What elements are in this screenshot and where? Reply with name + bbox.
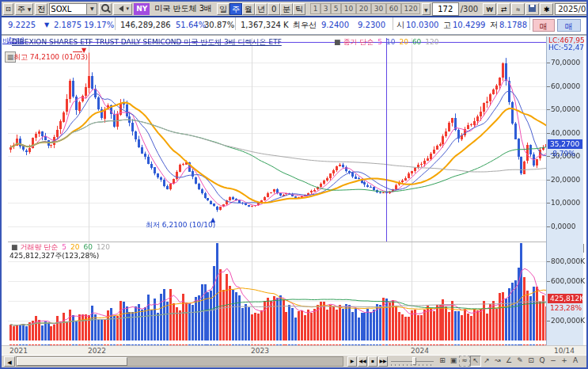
- price-ma-10: 10: [386, 38, 395, 46]
- sound-button[interactable]: ▼: [113, 3, 132, 15]
- divider: [235, 17, 236, 30]
- zoom-slider[interactable]: [391, 356, 434, 367]
- period-dropdown[interactable]: 주 ▼: [15, 3, 34, 15]
- price-ma-60: 60: [412, 38, 421, 46]
- krw-convert-icon[interactable]: ₩: [483, 3, 496, 15]
- window-title: 미국 반도체 3배: [154, 3, 212, 14]
- period-tabs: 일주월년0분틱: [217, 3, 305, 15]
- search-button[interactable]: [99, 3, 112, 15]
- chevron-down-icon[interactable]: ▼: [86, 4, 97, 14]
- minute-button-3[interactable]: 3: [321, 3, 331, 14]
- chevron-down-icon: ▼: [125, 3, 130, 14]
- tab-월[interactable]: 월: [242, 3, 255, 15]
- divider: [393, 17, 393, 30]
- settings-icon[interactable]: ✱: [540, 3, 553, 15]
- volume-axis-label: 800,000K: [551, 257, 585, 265]
- draw-tool-icon[interactable]: ✎: [514, 356, 525, 367]
- date-value[interactable]: 2025/03/31: [556, 5, 588, 13]
- compare-icon[interactable]: ⇄: [497, 3, 510, 15]
- turnover-percent: 51.64%: [176, 17, 206, 33]
- angle-tool-icon[interactable]: ∠: [503, 356, 514, 367]
- bar-count-input[interactable]: [432, 2, 459, 16]
- minute-button-5[interactable]: 5: [331, 3, 341, 14]
- volume-ma-5: 5: [62, 243, 66, 251]
- time-axis-label: 2024: [411, 347, 429, 355]
- slider-thumb[interactable]: [412, 357, 416, 365]
- divider: [529, 17, 530, 30]
- tab-분[interactable]: 분: [280, 3, 293, 15]
- symbol-input[interactable]: [50, 4, 86, 13]
- stop-button[interactable]: ■: [368, 356, 377, 367]
- zoom-tool-icon[interactable]: Q: [537, 356, 548, 367]
- price-ma-120: 120: [425, 38, 438, 46]
- scroll-left-icon[interactable]: ◀: [4, 356, 15, 367]
- price-axis-label: 50,0000: [551, 105, 580, 113]
- instrument-title-link[interactable]: DIREXION SHARES ETF TRUST DAILY SEMICOND…: [12, 37, 282, 48]
- export-window-icon[interactable]: ⊡: [525, 356, 537, 367]
- zoom-in-icon[interactable]: +: [559, 356, 570, 367]
- volume-ma-120: 120: [97, 243, 110, 251]
- toolbar-icons: ₩⇄≈✱: [483, 3, 553, 15]
- curve-tool-icon[interactable]: ↝: [492, 356, 503, 367]
- minute-button-60[interactable]: 60: [386, 3, 401, 14]
- best-bid: 9.2300: [358, 17, 385, 33]
- high-label: 고: [443, 17, 451, 33]
- volume-readout: 425,812,327주(123,28%): [9, 251, 99, 261]
- zoom-out-icon[interactable]: −: [548, 356, 559, 367]
- interval-dropdown[interactable]: ▼: [422, 3, 431, 15]
- trendline-icon[interactable]: ↗: [481, 356, 492, 367]
- tab-년[interactable]: 년: [255, 3, 267, 15]
- price-axis-panel[interactable]: LC:467,95 HC:-52,47 70,000060,000050,000…: [546, 36, 583, 345]
- tab-주[interactable]: 주: [230, 3, 242, 15]
- buy-button[interactable]: 매수: [533, 19, 555, 32]
- high-arrow-icon: ▼: [82, 47, 86, 54]
- minute-button-1[interactable]: 1: [310, 3, 321, 14]
- chart-area: 비/(전체) DIREXION SHARES ETF TRUST DAILY S…: [2, 35, 586, 356]
- sell-button[interactable]: 매도: [557, 19, 581, 32]
- price-ma-20: 20: [399, 38, 408, 46]
- trade-value: 1,367,324 K: [241, 17, 289, 33]
- price-axis-label: 20,0000: [551, 176, 580, 184]
- divider: [115, 17, 116, 30]
- horizontal-scrollbar[interactable]: [16, 356, 343, 367]
- save-icon[interactable]: [525, 3, 539, 15]
- freeline-icon[interactable]: ≈: [511, 3, 525, 15]
- minute-button-30[interactable]: 30: [371, 3, 386, 14]
- period-dropdown-label: 주: [17, 4, 25, 14]
- volume-ma-20: 20: [70, 243, 79, 251]
- text-tool-icon[interactable]: A: [570, 356, 581, 367]
- low-label: 저: [490, 17, 498, 33]
- time-axis-label: 2022: [88, 347, 106, 355]
- bar-total-label: /300: [461, 5, 478, 13]
- freeline-icon[interactable]: ≈: [459, 356, 470, 367]
- rewind-button[interactable]: ◀◀: [358, 356, 367, 367]
- tab-0[interactable]: 0: [267, 3, 280, 15]
- tab-틱[interactable]: 틱: [293, 3, 305, 15]
- volume-value: 146,289,286: [120, 17, 171, 33]
- hc-label: HC:-52,47: [548, 44, 584, 51]
- volume-axis-label: 200,000K: [551, 317, 585, 325]
- symbol-combo: ▼: [49, 3, 97, 15]
- layout-icon[interactable]: ⊡: [3, 3, 13, 15]
- fast-forward-button[interactable]: ▶▶: [378, 356, 388, 367]
- price-legend-label: 종가 단순: [343, 38, 374, 46]
- crosshair-tool-icon[interactable]: ↖: [470, 356, 481, 367]
- price-volume-chart-canvas[interactable]: [8, 36, 548, 347]
- cascade-windows-icon[interactable]: ▣: [448, 356, 459, 367]
- add-window-icon[interactable]: ⊞: [437, 356, 448, 367]
- low-price: 8.1788: [499, 17, 527, 33]
- low-annotation: 최저 6,2100 (10/10): [146, 220, 215, 230]
- minute-button-20[interactable]: 20: [356, 3, 371, 14]
- tab-일[interactable]: 일: [217, 3, 230, 15]
- current-price-badge: 35,2700: [548, 139, 582, 149]
- down-arrow-icon: ▼: [44, 17, 49, 33]
- price-ma-5: 5: [377, 38, 382, 46]
- minute-button-10[interactable]: 10: [341, 3, 356, 14]
- save-icon: [529, 5, 536, 12]
- play-button[interactable]: ▶: [347, 356, 357, 367]
- scrollbar-thumb[interactable]: [17, 357, 127, 366]
- minute-button-120[interactable]: 120: [401, 3, 420, 14]
- high-price: 10.4299: [453, 17, 485, 33]
- time-axis-label: 2023: [251, 347, 269, 355]
- jeon-button[interactable]: 전: [35, 3, 47, 15]
